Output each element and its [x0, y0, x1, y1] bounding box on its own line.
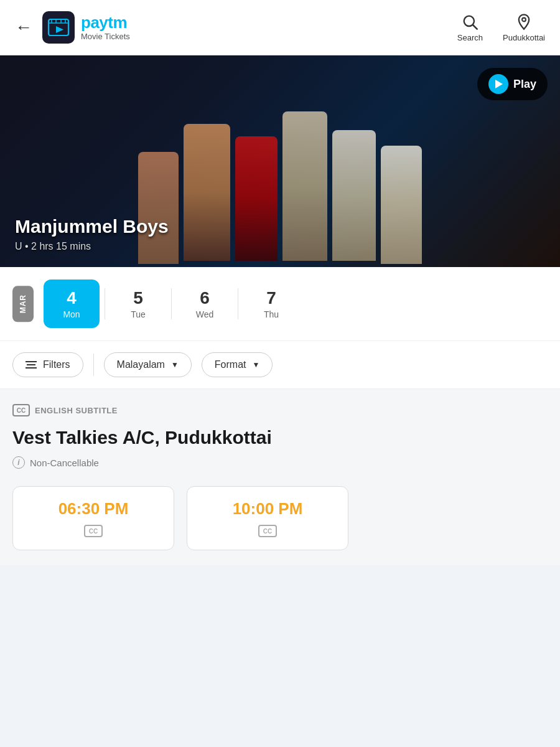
svg-marker-6	[56, 26, 63, 33]
date-num: 4	[67, 288, 77, 308]
date-day: Tue	[131, 309, 146, 319]
figure-4	[282, 111, 327, 261]
play-triangle-icon	[495, 80, 503, 88]
header-right: Search Pudukkottai	[457, 13, 545, 42]
date-day: Wed	[196, 309, 214, 319]
banner-info: Manjummel Boys U • 2 hrs 15 mins	[15, 216, 169, 252]
date-num: 6	[200, 288, 210, 308]
search-icon	[461, 13, 478, 31]
showtime-card-1[interactable]: 10:00 PM CC	[187, 486, 348, 550]
date-item-5[interactable]: 5 Tue	[110, 280, 166, 328]
filters-divider	[93, 354, 94, 376]
format-label: Format	[215, 359, 246, 370]
showtime-cc-icon: CC	[258, 525, 277, 537]
showtime-card-0[interactable]: 06:30 PM CC	[12, 486, 174, 550]
showtime-cc-icon: CC	[84, 525, 103, 537]
logo-text: paytm Movie Tickets	[81, 14, 130, 41]
date-num: 7	[266, 288, 276, 308]
filters-button[interactable]: Filters	[12, 352, 83, 377]
paytm-brand: paytm	[81, 14, 130, 31]
cc-badge-icon: CC	[12, 404, 30, 416]
paytm-sub: Movie Tickets	[81, 32, 130, 41]
non-cancellable-text: Non-Cancellable	[30, 458, 99, 468]
svg-line-8	[474, 25, 477, 29]
info-circle-icon: i	[12, 456, 25, 469]
subtitle-text: ENGLISH SUBTITLE	[35, 406, 118, 415]
showtime-time: 06:30 PM	[58, 499, 129, 519]
date-item-4[interactable]: 4 Mon	[44, 280, 100, 328]
date-item-6[interactable]: 6 Wed	[177, 280, 233, 328]
logo-icon	[42, 11, 75, 44]
figure-6	[381, 146, 422, 264]
svg-point-9	[522, 17, 526, 21]
location-icon	[515, 13, 533, 31]
date-num: 5	[133, 288, 143, 308]
month-label: MAR	[12, 286, 34, 322]
date-day: Thu	[264, 309, 279, 319]
date-section: MAR 4 Mon 5 Tue 6 Wed 7 Thu	[0, 267, 560, 341]
format-dropdown[interactable]: Format ▼	[202, 352, 273, 377]
filter-label: Filters	[43, 359, 70, 370]
language-label: Malayalam	[117, 359, 165, 370]
date-divider	[238, 288, 238, 319]
search-label: Search	[457, 33, 483, 42]
cinema-name: Vest Talkies A/C, Pudukkottai	[12, 426, 548, 449]
date-items: 4 Mon 5 Tue 6 Wed 7 Thu	[44, 280, 548, 328]
figure-5	[332, 130, 376, 261]
showtime-row: 06:30 PM CC 10:00 PM CC	[12, 486, 548, 550]
filter-icon	[26, 361, 37, 369]
subtitle-badge: CC ENGLISH SUBTITLE	[12, 404, 548, 416]
format-chevron-icon: ▼	[252, 360, 259, 369]
logo-area: paytm Movie Tickets	[42, 11, 130, 44]
location-label: Pudukkottai	[503, 33, 545, 42]
play-circle-icon	[488, 74, 508, 94]
movie-meta: U • 2 hrs 15 mins	[15, 241, 169, 252]
search-action[interactable]: Search	[457, 13, 483, 42]
play-label: Play	[513, 78, 536, 91]
location-action[interactable]: Pudukkottai	[503, 13, 545, 42]
date-day: Mon	[63, 309, 80, 319]
figure-3	[235, 136, 278, 261]
back-button[interactable]: ←	[15, 17, 32, 37]
movie-title: Manjummel Boys	[15, 216, 169, 237]
play-button[interactable]: Play	[477, 68, 548, 100]
content-section: CC ENGLISH SUBTITLE Vest Talkies A/C, Pu…	[0, 389, 560, 565]
movie-banner: Play Manjummel Boys U • 2 hrs 15 mins	[0, 55, 560, 267]
non-cancellable: i Non-Cancellable	[12, 456, 548, 469]
date-item-7[interactable]: 7 Thu	[243, 280, 299, 328]
date-divider	[105, 288, 105, 319]
language-dropdown[interactable]: Malayalam ▼	[104, 352, 192, 377]
header-left: ← paytm Movie Tickets	[15, 11, 130, 44]
figure-2	[184, 124, 230, 261]
language-chevron-icon: ▼	[171, 360, 179, 369]
showtime-time: 10:00 PM	[233, 499, 303, 519]
header: ← paytm Movie Tickets	[0, 0, 560, 55]
filters-section: Filters Malayalam ▼ Format ▼	[0, 341, 560, 389]
date-divider	[171, 288, 172, 319]
